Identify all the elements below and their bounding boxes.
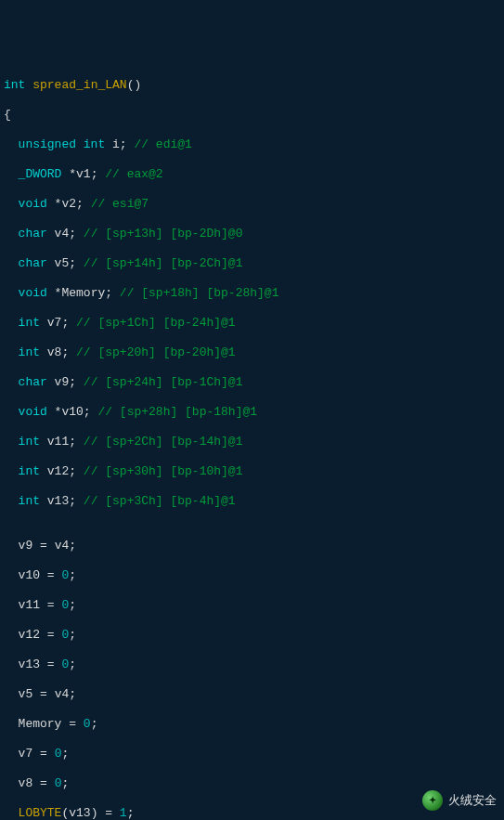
code-line: v5 = v4; bbox=[4, 687, 500, 702]
code-line: { bbox=[4, 108, 500, 123]
watermark-text: 火绒安全 bbox=[448, 793, 497, 808]
code-line: void *v10; // [sp+28h] [bp-18h]@1 bbox=[4, 405, 500, 420]
code-line: void *Memory; // [sp+18h] [bp-28h]@1 bbox=[4, 286, 500, 301]
code-line: unsigned int i; // edi@1 bbox=[4, 137, 500, 152]
code-line: v13 = 0; bbox=[4, 657, 500, 672]
wechat-icon: ✦ bbox=[422, 790, 443, 811]
code-line: _DWORD *v1; // eax@2 bbox=[4, 167, 500, 182]
code-block: int spread_in_LAN() { unsigned int i; //… bbox=[4, 63, 500, 820]
code-line: v10 = 0; bbox=[4, 568, 500, 583]
code-line: void *v2; // esi@7 bbox=[4, 197, 500, 212]
code-line: char v4; // [sp+13h] [bp-2Dh]@0 bbox=[4, 227, 500, 241]
code-line: v11 = 0; bbox=[4, 598, 500, 613]
code-line: char v5; // [sp+14h] [bp-2Ch]@1 bbox=[4, 256, 500, 271]
code-line: int v12; // [sp+30h] [bp-10h]@1 bbox=[4, 464, 500, 479]
code-line: Memory = 0; bbox=[4, 717, 500, 732]
code-line: int v13; // [sp+3Ch] [bp-4h]@1 bbox=[4, 494, 500, 509]
code-line: int spread_in_LAN() bbox=[4, 78, 500, 93]
code-line: v9 = v4; bbox=[4, 539, 500, 553]
code-line: char v9; // [sp+24h] [bp-1Ch]@1 bbox=[4, 375, 500, 390]
code-line: int v8; // [sp+20h] [bp-20h]@1 bbox=[4, 345, 500, 360]
watermark: ✦ 火绒安全 bbox=[422, 790, 497, 811]
code-line: v7 = 0; bbox=[4, 747, 500, 761]
code-line: v8 = 0; bbox=[4, 776, 500, 791]
code-line: v12 = 0; bbox=[4, 628, 500, 643]
code-line: int v7; // [sp+1Ch] [bp-24h]@1 bbox=[4, 316, 500, 331]
code-line: int v11; // [sp+2Ch] [bp-14h]@1 bbox=[4, 435, 500, 449]
